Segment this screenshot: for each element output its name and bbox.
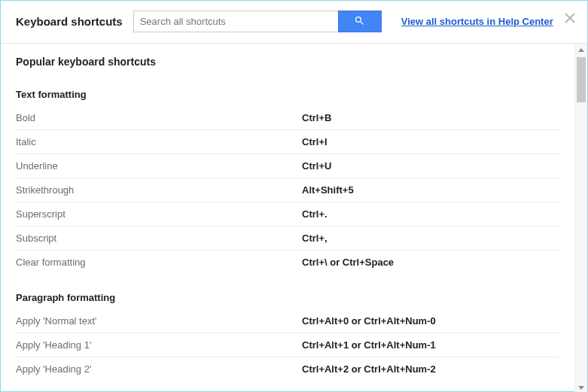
popular-title: Popular keyboard shortcuts: [16, 56, 559, 68]
search-button[interactable]: [338, 11, 382, 32]
search-input[interactable]: [133, 11, 338, 32]
scroll-down-button[interactable]: [575, 381, 587, 392]
shortcut-row: Superscript Ctrl+.: [16, 202, 559, 226]
chevron-down-icon: [578, 386, 584, 390]
close-icon: [563, 14, 577, 27]
keyboard-shortcuts-dialog: Keyboard shortcuts View all shortcuts in…: [0, 0, 588, 392]
section-text-formatting: Text formatting Bold Ctrl+B Italic Ctrl+…: [16, 84, 559, 274]
shortcut-keys: Ctrl+U: [302, 160, 559, 172]
shortcut-keys: Ctrl+.: [302, 208, 559, 220]
chevron-up-icon: [578, 48, 584, 52]
shortcut-row: Clear formatting Ctrl+\ or Ctrl+Space: [16, 251, 559, 274]
scroll-thumb[interactable]: [577, 57, 586, 102]
content-outer: Popular keyboard shortcuts Text formatti…: [1, 44, 587, 392]
shortcut-row: Apply 'Heading 1' Ctrl+Alt+1 or Ctrl+Alt…: [16, 333, 559, 357]
shortcut-row: Apply 'Heading 2' Ctrl+Alt+2 or Ctrl+Alt…: [16, 357, 559, 381]
scrollbar[interactable]: [574, 44, 587, 392]
shortcut-keys: Ctrl+,: [302, 232, 559, 244]
section-title: Paragraph formatting: [16, 287, 559, 309]
shortcut-label: Clear formatting: [16, 257, 302, 268]
shortcut-keys: Ctrl+Alt+0 or Ctrl+Alt+Num-0: [302, 315, 559, 327]
shortcut-row: Subscript Ctrl+,: [16, 226, 559, 251]
section-title: Text formatting: [16, 84, 559, 106]
section-gap: [16, 274, 559, 287]
shortcut-keys: Ctrl+I: [302, 136, 559, 147]
help-center-link[interactable]: View all shortcuts in Help Center: [401, 16, 553, 27]
search-wrap: [133, 11, 382, 32]
shortcut-keys: Ctrl+Alt+2 or Ctrl+Alt+Num-2: [302, 363, 559, 375]
shortcut-label: Superscript: [16, 208, 302, 220]
shortcut-label: Italic: [16, 136, 302, 147]
shortcut-keys: Ctrl+\ or Ctrl+Space: [302, 257, 559, 268]
shortcut-label: Strikethrough: [16, 184, 302, 196]
shortcut-label: Subscript: [16, 232, 302, 244]
shortcut-row: Strikethrough Alt+Shift+5: [16, 178, 559, 202]
shortcut-keys: Alt+Shift+5: [302, 184, 559, 196]
shortcut-label: Bold: [16, 112, 302, 123]
shortcut-row: Bold Ctrl+B: [16, 106, 559, 130]
search-icon: [354, 15, 365, 29]
shortcut-label: Underline: [16, 160, 302, 172]
dialog-header: Keyboard shortcuts View all shortcuts in…: [1, 1, 587, 44]
shortcut-label: Apply 'Normal text': [16, 315, 302, 327]
shortcuts-content: Popular keyboard shortcuts Text formatti…: [1, 44, 574, 392]
shortcut-keys: Ctrl+B: [302, 112, 559, 123]
shortcut-row: Italic Ctrl+I: [16, 130, 559, 154]
shortcut-label: Apply 'Heading 1': [16, 339, 302, 351]
close-button[interactable]: [563, 11, 577, 25]
shortcut-row: Underline Ctrl+U: [16, 154, 559, 178]
shortcut-row: Apply 'Normal text' Ctrl+Alt+0 or Ctrl+A…: [16, 309, 559, 333]
dialog-title: Keyboard shortcuts: [16, 15, 123, 28]
section-paragraph-formatting: Paragraph formatting Apply 'Normal text'…: [16, 287, 559, 381]
shortcut-label: Apply 'Heading 2': [16, 363, 302, 375]
shortcut-keys: Ctrl+Alt+1 or Ctrl+Alt+Num-1: [302, 339, 559, 351]
scroll-up-button[interactable]: [575, 44, 587, 56]
